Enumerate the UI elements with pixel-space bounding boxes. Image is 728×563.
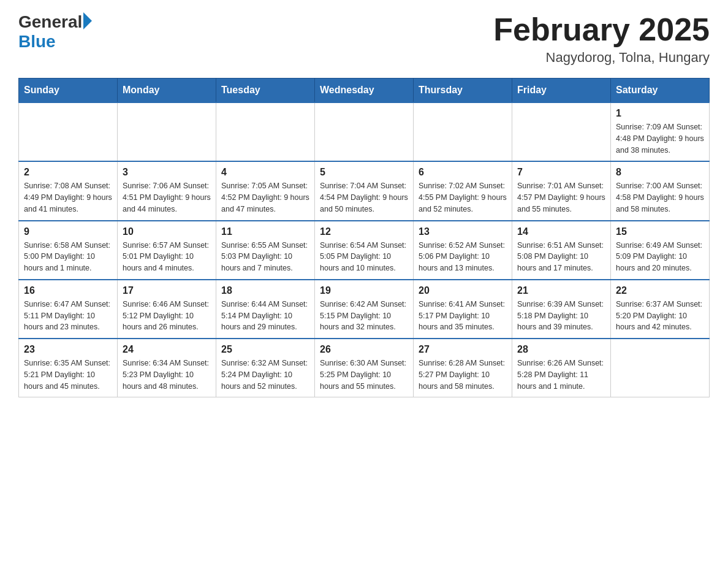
table-row: 1Sunrise: 7:09 AM Sunset: 4:48 PM Daylig…	[611, 102, 710, 161]
day-info: Sunrise: 7:06 AM Sunset: 4:51 PM Dayligh…	[123, 180, 211, 215]
day-number: 26	[320, 344, 408, 355]
day-info: Sunrise: 6:44 AM Sunset: 5:14 PM Dayligh…	[221, 299, 309, 333]
table-row: 8Sunrise: 7:00 AM Sunset: 4:58 PM Daylig…	[611, 161, 710, 220]
day-info: Sunrise: 7:02 AM Sunset: 4:55 PM Dayligh…	[419, 180, 507, 215]
table-row	[315, 102, 414, 161]
table-row: 18Sunrise: 6:44 AM Sunset: 5:14 PM Dayli…	[216, 280, 315, 339]
day-number: 13	[419, 226, 507, 237]
title-section: February 2025 Nagydorog, Tolna, Hungary	[493, 12, 710, 66]
col-monday: Monday	[118, 79, 216, 103]
day-number: 23	[24, 344, 112, 355]
day-info: Sunrise: 6:35 AM Sunset: 5:21 PM Dayligh…	[24, 358, 112, 392]
logo-general-text: General	[18, 12, 82, 32]
logo-arrow-icon	[83, 12, 92, 29]
calendar-week-row: 9Sunrise: 6:58 AM Sunset: 5:00 PM Daylig…	[19, 221, 710, 280]
day-info: Sunrise: 7:01 AM Sunset: 4:57 PM Dayligh…	[517, 180, 605, 215]
table-row: 10Sunrise: 6:57 AM Sunset: 5:01 PM Dayli…	[118, 221, 216, 280]
day-number: 21	[517, 285, 605, 296]
table-row: 20Sunrise: 6:41 AM Sunset: 5:17 PM Dayli…	[414, 280, 512, 339]
day-number: 19	[320, 285, 408, 296]
calendar-week-row: 1Sunrise: 7:09 AM Sunset: 4:48 PM Daylig…	[19, 102, 710, 161]
day-info: Sunrise: 6:37 AM Sunset: 5:20 PM Dayligh…	[616, 299, 704, 333]
day-info: Sunrise: 6:30 AM Sunset: 5:25 PM Dayligh…	[320, 358, 408, 392]
day-info: Sunrise: 7:04 AM Sunset: 4:54 PM Dayligh…	[320, 180, 408, 215]
day-number: 8	[616, 167, 704, 178]
logo-blue-text: Blue	[18, 32, 56, 52]
day-number: 3	[123, 167, 211, 178]
logo: General Blue	[18, 12, 92, 52]
day-number: 12	[320, 226, 408, 237]
col-friday: Friday	[512, 79, 611, 103]
day-info: Sunrise: 6:47 AM Sunset: 5:11 PM Dayligh…	[24, 299, 112, 333]
day-info: Sunrise: 6:46 AM Sunset: 5:12 PM Dayligh…	[123, 299, 211, 333]
page-subtitle: Nagydorog, Tolna, Hungary	[493, 50, 710, 66]
calendar-week-row: 16Sunrise: 6:47 AM Sunset: 5:11 PM Dayli…	[19, 280, 710, 339]
table-row: 28Sunrise: 6:26 AM Sunset: 5:28 PM Dayli…	[512, 339, 611, 397]
table-row: 2Sunrise: 7:08 AM Sunset: 4:49 PM Daylig…	[19, 161, 118, 220]
day-number: 10	[123, 226, 211, 237]
table-row: 25Sunrise: 6:32 AM Sunset: 5:24 PM Dayli…	[216, 339, 315, 397]
day-number: 9	[24, 226, 112, 237]
day-info: Sunrise: 6:58 AM Sunset: 5:00 PM Dayligh…	[24, 240, 112, 274]
table-row: 19Sunrise: 6:42 AM Sunset: 5:15 PM Dayli…	[315, 280, 414, 339]
calendar-week-row: 2Sunrise: 7:08 AM Sunset: 4:49 PM Daylig…	[19, 161, 710, 220]
table-row: 6Sunrise: 7:02 AM Sunset: 4:55 PM Daylig…	[414, 161, 512, 220]
day-info: Sunrise: 6:54 AM Sunset: 5:05 PM Dayligh…	[320, 240, 408, 274]
day-info: Sunrise: 7:08 AM Sunset: 4:49 PM Dayligh…	[24, 180, 112, 215]
table-row: 24Sunrise: 6:34 AM Sunset: 5:23 PM Dayli…	[118, 339, 216, 397]
table-row: 3Sunrise: 7:06 AM Sunset: 4:51 PM Daylig…	[118, 161, 216, 220]
page-title: February 2025	[493, 12, 710, 47]
table-row	[512, 102, 611, 161]
day-number: 18	[221, 285, 309, 296]
table-row: 17Sunrise: 6:46 AM Sunset: 5:12 PM Dayli…	[118, 280, 216, 339]
day-info: Sunrise: 6:39 AM Sunset: 5:18 PM Dayligh…	[517, 299, 605, 333]
col-sunday: Sunday	[19, 79, 118, 103]
day-number: 17	[123, 285, 211, 296]
col-thursday: Thursday	[414, 79, 512, 103]
table-row: 9Sunrise: 6:58 AM Sunset: 5:00 PM Daylig…	[19, 221, 118, 280]
day-number: 16	[24, 285, 112, 296]
day-info: Sunrise: 7:09 AM Sunset: 4:48 PM Dayligh…	[616, 121, 704, 156]
table-row: 5Sunrise: 7:04 AM Sunset: 4:54 PM Daylig…	[315, 161, 414, 220]
table-row	[118, 102, 216, 161]
calendar-body: 1Sunrise: 7:09 AM Sunset: 4:48 PM Daylig…	[19, 102, 710, 397]
day-number: 2	[24, 167, 112, 178]
day-info: Sunrise: 7:05 AM Sunset: 4:52 PM Dayligh…	[221, 180, 309, 215]
day-info: Sunrise: 6:32 AM Sunset: 5:24 PM Dayligh…	[221, 358, 309, 392]
day-info: Sunrise: 6:51 AM Sunset: 5:08 PM Dayligh…	[517, 240, 605, 274]
table-row: 13Sunrise: 6:52 AM Sunset: 5:06 PM Dayli…	[414, 221, 512, 280]
day-number: 6	[419, 167, 507, 178]
col-tuesday: Tuesday	[216, 79, 315, 103]
day-number: 25	[221, 344, 309, 355]
day-number: 5	[320, 167, 408, 178]
table-row: 16Sunrise: 6:47 AM Sunset: 5:11 PM Dayli…	[19, 280, 118, 339]
page-header: General Blue February 2025 Nagydorog, To…	[18, 12, 710, 66]
day-number: 11	[221, 226, 309, 237]
table-row: 11Sunrise: 6:55 AM Sunset: 5:03 PM Dayli…	[216, 221, 315, 280]
day-info: Sunrise: 6:57 AM Sunset: 5:01 PM Dayligh…	[123, 240, 211, 274]
table-row: 23Sunrise: 6:35 AM Sunset: 5:21 PM Dayli…	[19, 339, 118, 397]
day-number: 15	[616, 226, 704, 237]
table-row: 12Sunrise: 6:54 AM Sunset: 5:05 PM Dayli…	[315, 221, 414, 280]
col-saturday: Saturday	[611, 79, 710, 103]
col-wednesday: Wednesday	[315, 79, 414, 103]
day-number: 4	[221, 167, 309, 178]
table-row	[414, 102, 512, 161]
day-number: 1	[616, 108, 704, 119]
day-number: 27	[419, 344, 507, 355]
table-row: 21Sunrise: 6:39 AM Sunset: 5:18 PM Dayli…	[512, 280, 611, 339]
table-row: 7Sunrise: 7:01 AM Sunset: 4:57 PM Daylig…	[512, 161, 611, 220]
calendar-week-row: 23Sunrise: 6:35 AM Sunset: 5:21 PM Dayli…	[19, 339, 710, 397]
table-row	[611, 339, 710, 397]
day-number: 7	[517, 167, 605, 178]
table-row: 14Sunrise: 6:51 AM Sunset: 5:08 PM Dayli…	[512, 221, 611, 280]
day-number: 14	[517, 226, 605, 237]
day-number: 24	[123, 344, 211, 355]
day-info: Sunrise: 6:34 AM Sunset: 5:23 PM Dayligh…	[123, 358, 211, 392]
day-info: Sunrise: 7:00 AM Sunset: 4:58 PM Dayligh…	[616, 180, 704, 215]
table-row: 27Sunrise: 6:28 AM Sunset: 5:27 PM Dayli…	[414, 339, 512, 397]
table-row: 15Sunrise: 6:49 AM Sunset: 5:09 PM Dayli…	[611, 221, 710, 280]
table-row	[19, 102, 118, 161]
calendar-header-row: Sunday Monday Tuesday Wednesday Thursday…	[19, 79, 710, 103]
day-info: Sunrise: 6:55 AM Sunset: 5:03 PM Dayligh…	[221, 240, 309, 274]
